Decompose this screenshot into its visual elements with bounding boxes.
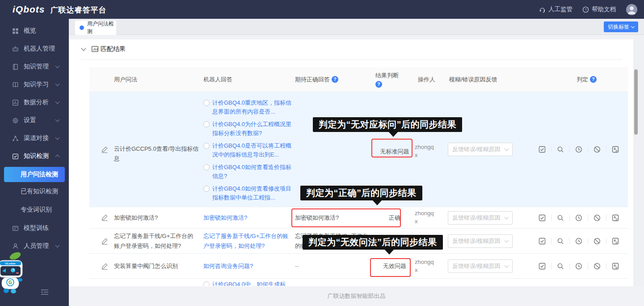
sidebar-subitem-term-recognition[interactable]: 专业词识别 (0, 200, 69, 219)
robot-answer-link[interactable]: 忘记了服务新干线/G+工作台的账户登录密码，如何处理? (203, 231, 293, 251)
sync-translate-icon[interactable]: A (612, 214, 619, 221)
sidebar-item-label: 模型训练 (24, 224, 49, 232)
sidebar-item-model-train[interactable]: 模型训练 (0, 219, 69, 237)
sidebar-subitem-existing-knowledge-check[interactable]: 已有知识检测 (0, 182, 69, 200)
sidebar-item-channel[interactable]: 渠道对接 (0, 129, 69, 147)
manual-supervision-link[interactable]: 人工监管 (539, 5, 572, 13)
invalid-ban-icon[interactable] (593, 263, 601, 270)
section-collapse-icon[interactable] (81, 46, 86, 51)
radio-icon[interactable] (203, 100, 210, 106)
answer-option[interactable]: 计价GBQ4.0为什么工程概况里指标分析没有数据? (203, 120, 293, 138)
section-title: 匹配结果 (101, 45, 126, 53)
search-icon[interactable] (557, 146, 564, 153)
switch-tag-button[interactable]: 切换标签 (604, 21, 638, 32)
edit-icon[interactable] (101, 214, 109, 224)
robot-answer-options: 计价GBQ4.0重庆地区，指标信息界面的所有内容是否... 计价GBQ4.0为什… (203, 98, 293, 206)
invalid-ban-icon[interactable] (593, 214, 601, 221)
radio-icon[interactable] (203, 121, 210, 128)
logo-text: iQbots (13, 4, 45, 15)
sidebar-subitem-user-question-check[interactable]: 用户问法检测 (4, 167, 65, 182)
bar-chart-icon (12, 99, 19, 106)
help-docs-link[interactable]: ? 帮助文档 (582, 5, 616, 13)
scrollbar-thumb[interactable] (634, 69, 638, 135)
radio-icon[interactable] (203, 143, 210, 149)
sync-translate-icon[interactable]: A (612, 146, 619, 153)
scroll-track (633, 35, 644, 306)
question-badge-icon[interactable]: ? (332, 76, 338, 83)
approve-checkbox-icon[interactable] (539, 146, 546, 153)
approve-checkbox-icon[interactable] (539, 238, 546, 245)
chevron-up-icon (55, 155, 60, 159)
operator-name: zhongqx (415, 209, 436, 225)
sidebar-item-label: 渠道对接 (24, 134, 49, 142)
invalid-ban-icon[interactable] (593, 146, 601, 153)
table-row: 安装算量中阀门怎么识别 如何咨询业务问题? -- 无效问题 zhongqx 反馈… (89, 253, 628, 278)
divider (551, 215, 551, 221)
user-question: 加密锁如何激活? (114, 213, 199, 223)
edit-icon[interactable] (101, 146, 109, 156)
answer-option[interactable]: 计价GBQ4.0中，如何生成标 (203, 280, 293, 286)
question-badge-icon[interactable]: ? (375, 81, 382, 88)
question-badge-icon[interactable]: ? (590, 76, 597, 83)
answer-option[interactable]: 计价GBQ4.0重庆地区，指标信息界面的所有内容是否... (203, 98, 293, 116)
table-row: 忘记了服务新干线/G+工作台的账户登录密码，如何处理? 忘记了服务新干线/G+工… (89, 228, 628, 253)
radio-icon[interactable] (203, 281, 210, 286)
sidebar-item-overview[interactable]: 概览 (0, 22, 69, 40)
divider (588, 263, 588, 269)
answer-option[interactable]: 计价GBQ4.0是否可以将工程概况中的指标信息导出到E... (203, 141, 293, 159)
feedback-dropdown[interactable]: 反馈错误/模糊原因 (448, 259, 513, 273)
open-book-icon (12, 81, 19, 88)
feedback-dropdown[interactable]: 反馈错误/模糊原因 (448, 211, 513, 225)
edit-icon[interactable] (101, 263, 109, 273)
svg-text:A: A (614, 264, 616, 267)
feedback-dropdown[interactable]: 反馈错误/模糊原因 (448, 234, 513, 248)
sidebar-collapse-icon[interactable] (40, 289, 49, 297)
robot-answer-link[interactable]: 如何咨询业务问题? (203, 261, 293, 271)
sidebar-item-knowledge-learn[interactable]: 知识学习 (0, 76, 69, 94)
svg-text:A: A (614, 239, 616, 242)
sidebar-item-knowledge-manage[interactable]: 知识管理 (0, 58, 69, 76)
avatar[interactable] (626, 4, 638, 16)
divider (606, 146, 606, 153)
network-icon (12, 135, 19, 142)
sidebar-item-settings[interactable]: 设置 (0, 111, 69, 129)
radio-icon[interactable] (203, 164, 210, 170)
edit-icon[interactable] (101, 238, 109, 248)
expected-answer: -- (295, 261, 372, 271)
table-row: 计价GBQ4.0中，如何生成标 (89, 278, 628, 286)
sidebar-item-data-analysis[interactable]: 数据分析 (0, 94, 69, 111)
robot-answer-link[interactable]: 加密锁如何激活? (203, 213, 293, 223)
chevron-down-icon (505, 215, 509, 220)
answer-option[interactable]: 计价GBQ4.0如何查看修改项目指标数据中单位工程指... (203, 184, 293, 202)
col-header-result-judgement: 结果判断 ? (375, 67, 399, 92)
search-icon[interactable] (557, 238, 564, 245)
pending-clock-icon[interactable] (575, 238, 582, 245)
sync-translate-icon[interactable]: A (612, 263, 619, 270)
search-icon[interactable] (557, 263, 564, 270)
match-result-panel: 匹配结果 用户问法 机器人回答 期待正确回答 ? 结果判断 ? 操作人 模糊/错… (69, 39, 633, 286)
sidebar-item-knowledge-check[interactable]: 知识检测 (0, 147, 69, 165)
approve-checkbox-icon[interactable] (539, 263, 546, 270)
tab-active-dot-icon (80, 26, 84, 30)
robot-icon (12, 46, 19, 52)
sidebar-item-label: 知识学习 (24, 81, 49, 89)
sidebar-item-robot-manage[interactable]: 机器人管理 (0, 40, 69, 58)
search-icon[interactable] (557, 214, 564, 221)
tab-user-question-check[interactable]: 用户问法检测 (75, 21, 116, 35)
sidebar-subitem-label: 已有知识检测 (21, 187, 58, 196)
sidebar-item-label: 人员管理 (24, 242, 49, 250)
answer-option[interactable]: 计价GBQ4.0如何查看造价指标信息? (203, 163, 293, 181)
headset-icon (539, 6, 546, 13)
sync-translate-icon[interactable]: A (612, 238, 619, 245)
help-docs-label: 帮助文档 (592, 5, 616, 13)
approve-checkbox-icon[interactable] (539, 214, 546, 221)
radio-icon[interactable] (203, 186, 210, 192)
divider (569, 215, 570, 221)
invalid-ban-icon[interactable] (593, 238, 601, 245)
result-table: 用户问法 机器人回答 期待正确回答 ? 结果判断 ? 操作人 模糊/错误原因反馈… (89, 67, 628, 286)
pending-clock-icon[interactable] (575, 146, 582, 153)
feedback-dropdown[interactable]: 反馈错误/模糊原因 (448, 143, 513, 156)
pending-clock-icon[interactable] (575, 214, 582, 221)
pending-clock-icon[interactable] (575, 263, 582, 270)
chevron-down-icon (55, 117, 60, 122)
